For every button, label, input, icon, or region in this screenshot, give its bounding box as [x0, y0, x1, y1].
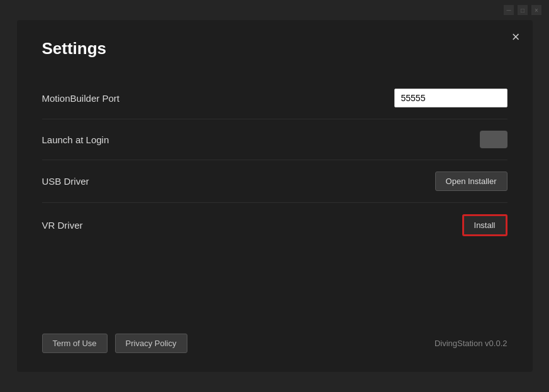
- modal-title: Settings: [42, 39, 507, 58]
- motionbuilder-port-label: MotionBuilder Port: [42, 93, 119, 104]
- term-of-use-button[interactable]: Term of Use: [42, 334, 108, 353]
- launch-at-login-toggle[interactable]: [480, 131, 507, 148]
- modal-overlay: × Settings MotionBuilder Port Launch at …: [0, 0, 549, 392]
- footer-buttons: Term of Use Privacy Policy: [42, 334, 187, 353]
- version-label: DivingStation v0.0.2: [435, 339, 507, 348]
- settings-content: MotionBuilder Port Launch at Login USB D…: [42, 77, 507, 315]
- modal-footer: Term of Use Privacy Policy DivingStation…: [42, 315, 507, 353]
- usb-driver-row: USB Driver Open Installer: [42, 160, 507, 203]
- launch-at-login-row: Launch at Login: [42, 119, 507, 160]
- launch-at-login-label: Launch at Login: [42, 134, 109, 145]
- motionbuilder-port-row: MotionBuilder Port: [42, 77, 507, 119]
- modal-close-button[interactable]: ×: [512, 30, 520, 44]
- vr-driver-label: VR Driver: [42, 220, 83, 231]
- vr-driver-row: VR Driver Install: [42, 203, 507, 248]
- settings-modal: × Settings MotionBuilder Port Launch at …: [17, 20, 533, 372]
- install-button[interactable]: Install: [462, 214, 507, 236]
- open-installer-button[interactable]: Open Installer: [435, 172, 507, 191]
- motionbuilder-port-input[interactable]: [394, 89, 507, 107]
- privacy-policy-button[interactable]: Privacy Policy: [115, 334, 187, 353]
- usb-driver-label: USB Driver: [42, 176, 89, 187]
